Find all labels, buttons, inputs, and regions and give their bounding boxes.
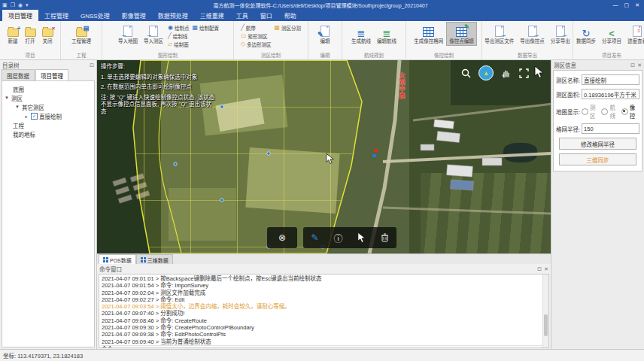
sync-3d-button[interactable]: 三维同步 bbox=[559, 153, 636, 165]
save-icon[interactable]: ▣ bbox=[2, 2, 8, 8]
draw-config-button[interactable]: ▦绘制配置 bbox=[192, 24, 219, 32]
rect-zone-button[interactable]: ▭矩形测区 bbox=[241, 32, 272, 40]
pin-icon[interactable]: ⊡ bbox=[630, 62, 635, 68]
tree-item-basemap[interactable]: 底图 bbox=[4, 84, 93, 93]
close-project-button[interactable]: × 关闭 bbox=[39, 22, 56, 46]
create-route-button[interactable]: ≣ 生成航线 bbox=[348, 22, 374, 46]
radio-photocontrol[interactable] bbox=[621, 108, 628, 115]
engineering-manage-button[interactable]: ▤ 工程管理 bbox=[68, 22, 94, 46]
map-floating-toolbar: ⊗ ✎ ⓘ bbox=[267, 227, 396, 248]
radio-route[interactable] bbox=[601, 108, 608, 115]
collapse-arrow-icon[interactable]: ▸ bbox=[23, 114, 29, 119]
export-zonefile-button[interactable]: → 导出测区文件 bbox=[481, 22, 517, 46]
rect-zone-icon: ▭ bbox=[241, 33, 247, 39]
survey-info-title: 测区信息 bbox=[554, 61, 576, 69]
group-label-photocontrol: 像控绘制 bbox=[407, 52, 481, 59]
tree-item-my-landmarks[interactable]: 我的地标 bbox=[4, 129, 93, 138]
tab-tools[interactable]: 工具 bbox=[230, 10, 254, 21]
new-folder-icon: + bbox=[8, 29, 19, 37]
radio-zone[interactable] bbox=[582, 108, 588, 115]
checkbox-checked-icon[interactable]: ✓ bbox=[31, 113, 38, 120]
progress-view-button[interactable]: ≡ 进度查看 bbox=[624, 22, 644, 46]
ribbon-group-export: → 导出测区文件 → 导出像控点 → 分享导出 数据导出 bbox=[482, 21, 573, 59]
draw-line-button[interactable]: ╱绘制线 bbox=[168, 32, 189, 40]
maximize-button[interactable]: ▢ bbox=[624, 2, 630, 8]
new-project-button[interactable]: + 新建 bbox=[5, 22, 22, 46]
user-icon[interactable]: ◉ bbox=[18, 2, 23, 8]
tree-item-direct-draw[interactable]: ▸✓直接绘制 bbox=[4, 111, 93, 120]
close-panel-icon[interactable]: ✕ bbox=[637, 62, 642, 68]
tab-help[interactable]: 帮助 bbox=[278, 10, 302, 21]
zone-split-button[interactable]: ▦测区分割 bbox=[275, 24, 302, 32]
command-input[interactable]: 命令: bbox=[102, 345, 546, 348]
instruction-step-1: 1. 单击选择要编辑的对象确保选中对象 bbox=[101, 74, 215, 81]
info-icon[interactable]: ⓘ bbox=[330, 232, 348, 244]
delete-trash-icon[interactable] bbox=[376, 233, 394, 242]
tab-data-preprocess[interactable]: 数据预处理 bbox=[152, 10, 194, 21]
draw-point-button[interactable]: ◉绘制点 bbox=[168, 24, 189, 32]
fullscreen-icon[interactable] bbox=[518, 68, 530, 79]
close-panel-icon[interactable]: ✕ bbox=[544, 266, 548, 272]
close-button[interactable]: ✕ bbox=[635, 2, 639, 8]
catalog-tree-panel: 目录树 ⊡ 图层数据 项目管理 底图 ▼测区 ▼其它测区 ▸✓直接绘制 工程 我… bbox=[0, 60, 97, 349]
edit-photocontrol-points-button[interactable]: ✎ 像控点编辑 bbox=[446, 22, 477, 46]
folder-icon[interactable]: ❒ bbox=[11, 2, 15, 8]
zone-area-input[interactable]: 0.18936196平方千米 bbox=[582, 89, 639, 99]
expand-arrow-icon[interactable]: ▼ bbox=[4, 96, 10, 100]
create-photocontrol-grid-button[interactable]: 生成像控格网 bbox=[411, 22, 446, 46]
zone-name-input[interactable]: 直接绘制 bbox=[582, 74, 639, 85]
tree-item-engineering[interactable]: 工程 bbox=[4, 120, 93, 129]
share-project-button[interactable]: < 分享项目 bbox=[599, 22, 624, 46]
import-survey-icon: → bbox=[149, 26, 158, 37]
progress-view-icon: ≡ bbox=[633, 26, 642, 37]
instructions-title: 操作步骤: bbox=[101, 63, 215, 71]
tree-item-surveyzone[interactable]: ▼测区 bbox=[4, 93, 93, 102]
photocontrol-edit-icon: ✎ bbox=[456, 27, 467, 37]
pan-hand-icon[interactable] bbox=[500, 68, 512, 79]
map-viewport[interactable]: 操作步骤: 1. 单击选择要编辑的对象确保选中对象 2. 在数据范围内单击即可绘… bbox=[97, 60, 551, 253]
tab-project-manage-panel[interactable]: 项目管理 bbox=[35, 69, 68, 80]
export-photocontrol-button[interactable]: → 导出像控点 bbox=[517, 22, 548, 46]
grid-radius-input[interactable]: 150 bbox=[582, 123, 639, 134]
tab-gnss[interactable]: GNSS处理 bbox=[74, 10, 116, 21]
flight-strip-button[interactable]: ╱航带 bbox=[241, 24, 272, 32]
modify-grid-radius-button[interactable]: 修改格网半径 bbox=[559, 138, 636, 150]
edit-button[interactable]: ✎ 编辑 bbox=[317, 22, 333, 46]
photocontrol-grid-icon bbox=[423, 27, 434, 37]
expand-arrow-icon[interactable]: ▼ bbox=[14, 105, 20, 109]
edit-polygon-icon[interactable]: ✎ bbox=[306, 232, 324, 243]
minimize-button[interactable]: — bbox=[613, 2, 618, 8]
tab-layer-data[interactable]: 图层数据 bbox=[2, 69, 35, 80]
ribbon-group-photocontrol: 生成像控格网 ✎ 像控点编辑 像控绘制 bbox=[406, 21, 482, 59]
tab-pos-data[interactable]: POS数据 bbox=[99, 254, 136, 264]
draw-polygon-button[interactable]: ▱绘制面 bbox=[168, 41, 189, 48]
layers-globe-icon[interactable]: ▲ bbox=[478, 65, 494, 80]
import-survey-button[interactable]: → 导入测区 bbox=[141, 22, 166, 46]
command-scrollbar[interactable] bbox=[542, 275, 548, 347]
ribbon-group-draw: → 导入地图 → 导入测区 ◉绘制点 ╱绘制线 ▱绘制面 ▦绘制配置 图形绘制 bbox=[102, 21, 234, 59]
data-sync-button[interactable]: ↻ 数据同步 bbox=[573, 22, 599, 46]
map-data-tabbar: POS数据 三维数据 bbox=[97, 253, 551, 264]
command-log[interactable]: 2021-04-07 09:01:01 > 按Backspace键删除最后一个绘… bbox=[99, 274, 549, 348]
share-project-icon: < bbox=[609, 31, 614, 37]
search-icon[interactable] bbox=[460, 68, 472, 79]
pin-icon[interactable]: ⊡ bbox=[90, 62, 94, 68]
import-map-button[interactable]: → 导入地图 bbox=[115, 22, 141, 46]
map-display-label: 地图显示: bbox=[556, 108, 580, 116]
pin-icon[interactable]: ⊡ bbox=[537, 266, 542, 272]
ribbon-group-edit: ✎ 编辑 编辑 bbox=[308, 21, 342, 59]
tab-project-manage[interactable]: 项目管理 bbox=[2, 10, 38, 21]
tab-image-manage[interactable]: 影像管理 bbox=[116, 10, 152, 21]
edit-route-button[interactable]: ≣ 编辑航线 bbox=[374, 22, 399, 46]
tab-3d-data[interactable]: 三维数据 bbox=[136, 254, 173, 264]
poly-zone-button[interactable]: ◇多边形测区 bbox=[241, 41, 272, 48]
open-project-button[interactable]: 打开 bbox=[22, 22, 39, 46]
tab-window[interactable]: 窗口 bbox=[254, 10, 278, 21]
share-export-button[interactable]: → 分享导出 bbox=[548, 22, 573, 46]
log-line: 2021-04-07 09:02:27 > 命令: Edit bbox=[102, 296, 546, 303]
ribbon-group-route: ≣ 生成航线 ≣ 编辑航线 航线规划 bbox=[342, 21, 406, 59]
tab-engineering-manage[interactable]: 工程管理 bbox=[38, 10, 74, 21]
cancel-draw-icon[interactable]: ⊗ bbox=[273, 232, 291, 243]
tree-item-other-zone[interactable]: ▼其它测区 bbox=[4, 102, 93, 111]
tab-3d-rebuild[interactable]: 三维重建 bbox=[194, 10, 230, 21]
